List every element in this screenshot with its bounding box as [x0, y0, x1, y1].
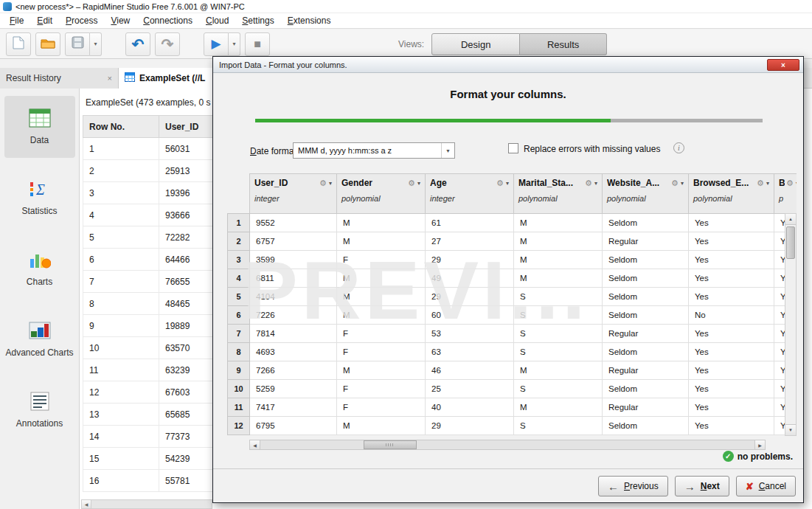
- column-settings-gear-icon[interactable]: ⚙: [496, 179, 504, 188]
- data-cell: 63: [426, 343, 514, 361]
- column-settings-gear-icon[interactable]: ⚙: [585, 179, 592, 188]
- column-settings-gear-icon[interactable]: ⚙: [786, 179, 794, 188]
- column-name: Age: [430, 178, 495, 188]
- data-row[interactable]: 105259F25SSeldomYesY: [228, 380, 797, 398]
- data-row[interactable]: 67226M60SSeldomNoY: [228, 306, 797, 325]
- data-cell: Regular: [603, 398, 689, 417]
- data-row[interactable]: 84693F63SSeldomYesY: [228, 343, 797, 361]
- column-header-b[interactable]: B⚙▾p: [774, 174, 797, 214]
- data-row[interactable]: 54104M29SSeldomYesY: [228, 288, 797, 306]
- horizontal-scroll-track[interactable]: [260, 440, 754, 449]
- results-view-button[interactable]: Results: [520, 33, 607, 55]
- data-cell: 4693: [250, 343, 337, 361]
- scroll-left-icon[interactable]: ◀: [82, 500, 91, 508]
- data-cell: 53: [426, 325, 514, 343]
- data-row[interactable]: 97266M46MRegularYesY: [228, 361, 797, 380]
- column-settings-gear-icon[interactable]: ⚙: [671, 179, 679, 188]
- column-settings-gear-icon[interactable]: ⚙: [408, 179, 415, 188]
- column-header-gender[interactable]: Gender⚙▾polynomial: [337, 174, 426, 214]
- data-cell: F: [337, 343, 426, 361]
- stop-process-button[interactable]: ■: [245, 32, 270, 56]
- dialog-close-button[interactable]: ×: [767, 59, 799, 71]
- tab-exampleset-label: ExampleSet (//L: [139, 73, 205, 83]
- column-header-website-a-[interactable]: Website_A...⚙▾polynomial: [603, 174, 689, 214]
- vertical-scrollbar[interactable]: ▲ ▼: [785, 213, 797, 436]
- column-menu-dropdown-icon[interactable]: ▾: [506, 180, 509, 187]
- row-number-cell: 13: [83, 404, 159, 426]
- column-menu-dropdown-icon[interactable]: ▾: [796, 180, 797, 187]
- sidebar-item-data[interactable]: Data: [4, 96, 75, 158]
- caret-down-icon: ▾: [94, 41, 97, 47]
- run-dropdown-button[interactable]: ▾: [229, 32, 240, 56]
- menu-settings[interactable]: Settings: [235, 14, 280, 27]
- menu-connections[interactable]: Connections: [136, 14, 199, 27]
- save-process-button[interactable]: [65, 32, 90, 56]
- new-process-button[interactable]: [6, 32, 31, 56]
- sidebar-item-annotations[interactable]: Annotations: [4, 379, 75, 441]
- menu-edit[interactable]: Edit: [30, 14, 59, 27]
- tab-result-history[interactable]: Result History ×: [0, 68, 119, 89]
- cancel-button[interactable]: ✘ Cancel: [736, 476, 796, 496]
- scroll-down-icon[interactable]: ▼: [785, 424, 796, 435]
- scroll-right-icon[interactable]: ▶: [754, 440, 765, 449]
- menu-cloud[interactable]: Cloud: [199, 14, 235, 27]
- column-menu-dropdown-icon[interactable]: ▾: [329, 180, 332, 187]
- close-tab-icon[interactable]: ×: [108, 74, 112, 83]
- run-process-button[interactable]: ▶: [204, 32, 229, 56]
- menu-process[interactable]: Process: [59, 14, 104, 27]
- column-header-marital-sta-[interactable]: Marital_Sta...⚙▾polynomial: [514, 174, 603, 214]
- open-process-button[interactable]: [35, 32, 60, 56]
- data-row[interactable]: 77814F53SRegularYesY: [228, 325, 797, 343]
- column-menu-dropdown-icon[interactable]: ▾: [594, 180, 597, 187]
- scroll-up-icon[interactable]: ▲: [785, 214, 796, 225]
- info-icon[interactable]: i: [673, 142, 684, 153]
- data-row[interactable]: 46811M49MSeldomYesY: [228, 269, 797, 288]
- column-settings-gear-icon[interactable]: ⚙: [757, 179, 764, 188]
- dialog-heading: Format your columns.: [213, 88, 803, 100]
- background-horizontal-scrollbar[interactable]: ◀: [81, 499, 212, 509]
- data-cell: 7814: [250, 325, 337, 343]
- horizontal-scroll-thumb[interactable]: [364, 440, 417, 449]
- sidebar-item-charts[interactable]: Charts: [4, 238, 75, 299]
- data-row[interactable]: 117417F40MRegularYesY: [228, 398, 797, 417]
- column-name: User_ID: [254, 178, 318, 188]
- window-title: <new process*> – RapidMiner Studio Free …: [15, 2, 245, 11]
- horizontal-scrollbar[interactable]: ◀ ▶: [249, 440, 766, 450]
- design-view-button[interactable]: Design: [431, 33, 520, 55]
- column-menu-dropdown-icon[interactable]: ▾: [417, 180, 420, 187]
- tab-exampleset[interactable]: ExampleSet (//L: [119, 68, 221, 89]
- column-header-user-id[interactable]: User_ID⚙▾integer: [250, 174, 337, 214]
- dialog-title-bar[interactable]: Import Data - Format your columns.: [213, 57, 803, 73]
- replace-errors-checkbox[interactable]: [508, 143, 518, 153]
- scroll-left-icon[interactable]: ◀: [250, 440, 260, 449]
- sidebar-item-statistics[interactable]: ΣStatistics: [4, 167, 75, 229]
- column-menu-dropdown-icon[interactable]: ▾: [766, 180, 769, 187]
- column-header-browsed-e-[interactable]: Browsed_E...⚙▾polynomial: [689, 174, 774, 214]
- views-label: Views:: [398, 39, 424, 49]
- column-header-age[interactable]: Age⚙▾integer: [426, 174, 514, 214]
- date-format-combobox[interactable]: MMM d, yyyy h:mm:ss a z ▼: [293, 142, 455, 159]
- data-row[interactable]: 33599F29MSeldomYesY: [228, 251, 797, 269]
- menu-extensions[interactable]: Extensions: [281, 14, 338, 27]
- menu-file[interactable]: File: [3, 14, 30, 27]
- data-row[interactable]: 26757M27MRegularYesY: [228, 232, 797, 251]
- data-row[interactable]: 19552M61MSeldomYesY: [228, 214, 797, 232]
- redo-button[interactable]: ↷: [155, 32, 180, 56]
- save-dropdown-button[interactable]: ▾: [90, 32, 102, 56]
- column-settings-gear-icon[interactable]: ⚙: [319, 179, 327, 188]
- cancel-x-icon: ✘: [746, 482, 754, 491]
- sidebar-item-advanced-charts[interactable]: Advanced Charts: [4, 308, 75, 370]
- data-cell: M: [514, 269, 603, 288]
- column-type-label: polynomial: [607, 194, 684, 203]
- vertical-scroll-track[interactable]: [785, 225, 796, 424]
- vertical-scroll-thumb[interactable]: [786, 226, 795, 259]
- column-menu-dropdown-icon[interactable]: ▾: [681, 180, 684, 187]
- previous-button[interactable]: ← Previous: [598, 476, 668, 496]
- next-button[interactable]: → Next: [675, 476, 729, 496]
- undo-button[interactable]: ↶: [125, 32, 150, 56]
- problems-status-text: no problems.: [738, 451, 793, 462]
- menu-view[interactable]: View: [104, 14, 136, 27]
- data-row[interactable]: 126795M29SSeldomYesY: [228, 417, 797, 435]
- data-cell: S: [514, 343, 603, 361]
- format-table: User_ID⚙▾integerGender⚙▾polynomialAge⚙▾i…: [227, 173, 797, 435]
